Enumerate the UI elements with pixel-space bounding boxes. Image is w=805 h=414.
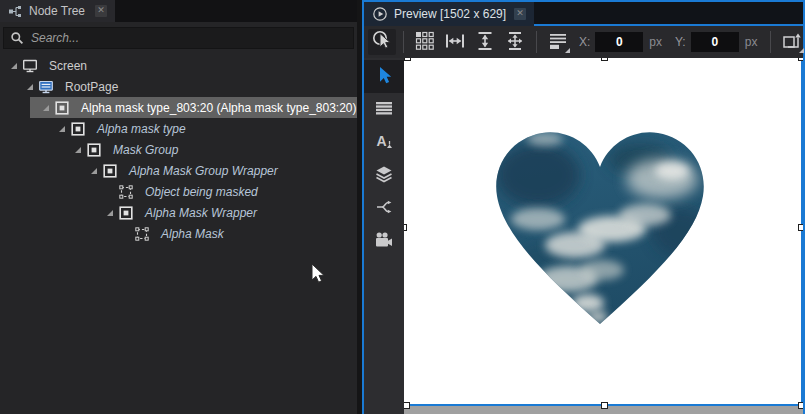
node2d-icon [102, 163, 118, 179]
expander-icon[interactable] [22, 83, 38, 91]
search-input[interactable] [31, 31, 347, 45]
y-label: Y: [675, 35, 686, 49]
camera-icon [374, 230, 394, 253]
fit-height-button[interactable] [471, 29, 499, 55]
select-tool-button[interactable] [364, 60, 404, 93]
interaction-tool-icon [371, 29, 394, 55]
x-unit-label: px [649, 35, 662, 49]
grid-icon [415, 31, 435, 54]
node2d-icon [118, 205, 134, 221]
selection-handle[interactable] [798, 58, 803, 61]
tree-row[interactable]: Alpha mask type_803:20 (Alpha mask type_… [0, 97, 357, 118]
y-position-input[interactable]: 0 [691, 32, 739, 52]
tree-row-label: Alpha Mask Wrapper [136, 206, 257, 220]
tree-row[interactable]: RootPage [0, 76, 357, 97]
selection-border-right [801, 58, 803, 406]
search-icon [10, 31, 24, 45]
expander-icon[interactable] [38, 104, 54, 112]
tab-node-tree-label: Node Tree [29, 4, 85, 18]
tree-row[interactable]: Alpha Mask Wrapper [0, 202, 357, 223]
x-label: X: [579, 35, 590, 49]
x-position-input[interactable]: 0 [595, 32, 643, 52]
tree-row-label: Object being masked [136, 185, 258, 199]
layers-button[interactable] [364, 159, 404, 192]
search-box[interactable] [3, 27, 354, 49]
interaction-tool-button[interactable] [368, 29, 396, 55]
tree-row[interactable]: Screen [0, 55, 357, 76]
grid-view-button[interactable] [364, 93, 404, 126]
preview-side-toolbar: A [364, 58, 404, 414]
tab-preview[interactable]: Preview [1502 x 629] ✕ [364, 2, 534, 26]
alpha-mask-heart-image [490, 127, 710, 337]
tree-row[interactable]: Alpha Mask Group Wrapper [0, 160, 357, 181]
tree-row-label: Screen [40, 59, 87, 73]
selection-handle[interactable] [601, 58, 608, 61]
preview-canvas[interactable] [404, 58, 803, 414]
preview-content: A [364, 58, 803, 414]
node2d-icon [86, 142, 102, 158]
dropdown-caret-icon [565, 48, 570, 53]
flow-icon [374, 197, 394, 220]
expander-icon[interactable] [70, 146, 86, 154]
fit-width-icon [444, 31, 466, 54]
node-tree-tabbar: Node Tree ✕ [0, 0, 357, 22]
selection-handle[interactable] [601, 402, 608, 409]
tree-row-label: Alpha mask type [88, 122, 186, 136]
screen-icon [22, 58, 38, 74]
selection-handle[interactable] [798, 224, 803, 231]
selection-handle[interactable] [798, 402, 803, 409]
tree-row-label: Alpha mask type_803:20 (Alpha mask type_… [72, 101, 357, 115]
dropdown-caret-icon [799, 48, 804, 53]
expander-icon[interactable] [86, 167, 102, 175]
tree-row[interactable]: Alpha mask type [0, 118, 357, 139]
node2d-icon [54, 100, 70, 116]
tree-row-label: RootPage [56, 80, 118, 94]
fit-screen-icon [504, 30, 526, 55]
selection-handle[interactable] [404, 402, 410, 409]
y-unit-label: px [745, 35, 758, 49]
selection-handle[interactable] [404, 224, 407, 231]
align-button[interactable] [544, 29, 572, 55]
bounds-icon [118, 184, 134, 200]
expander-icon[interactable] [54, 125, 70, 133]
node-tree-panel: Node Tree ✕ ScreenRootPageAlpha mask typ… [0, 0, 357, 414]
toolbar-separator [770, 31, 771, 53]
toolbar-separator [403, 31, 404, 53]
fit-screen-button[interactable] [501, 29, 529, 55]
transform-button[interactable] [778, 29, 805, 55]
camera-button[interactable] [364, 225, 404, 258]
fit-height-icon [475, 30, 495, 55]
grid-button[interactable] [411, 29, 439, 55]
selection-handle[interactable] [404, 58, 411, 61]
expander-icon[interactable] [6, 62, 22, 70]
rootpage-icon [38, 79, 54, 95]
close-icon[interactable]: ✕ [514, 8, 526, 20]
preview-panel: Preview [1502 x 629] ✕ X: 0 px Y: 0 px A [362, 0, 805, 414]
node-tree: ScreenRootPageAlpha mask type_803:20 (Al… [0, 55, 357, 244]
tab-preview-label: Preview [1502 x 629] [394, 7, 506, 21]
node-tree-icon [8, 4, 23, 19]
preview-toolbar: X: 0 px Y: 0 px [364, 26, 803, 58]
text-tool-button[interactable]: A [364, 126, 404, 159]
svg-text:A: A [377, 133, 387, 149]
tree-row-label: Mask Group [104, 143, 178, 157]
preview-tabbar: Preview [1502 x 629] ✕ [364, 2, 803, 26]
node2d-icon [70, 121, 86, 137]
table-icon [374, 98, 394, 121]
expander-icon[interactable] [102, 209, 118, 217]
tree-row[interactable]: Alpha Mask [0, 223, 357, 244]
tree-row-label: Alpha Mask Group Wrapper [120, 164, 278, 178]
close-icon[interactable]: ✕ [95, 5, 107, 17]
tab-node-tree[interactable]: Node Tree ✕ [0, 0, 115, 22]
play-circle-icon [372, 6, 388, 22]
tree-row-label: Alpha Mask [152, 227, 224, 241]
toolbar-separator [536, 31, 537, 53]
fit-width-button[interactable] [441, 29, 469, 55]
select-cursor-icon [374, 65, 394, 88]
bounds-icon [134, 226, 150, 242]
tree-row[interactable]: Object being masked [0, 181, 357, 202]
layers-icon [374, 164, 394, 187]
connections-button[interactable] [364, 192, 404, 225]
text-tool-icon: A [374, 131, 394, 154]
tree-row[interactable]: Mask Group [0, 139, 357, 160]
